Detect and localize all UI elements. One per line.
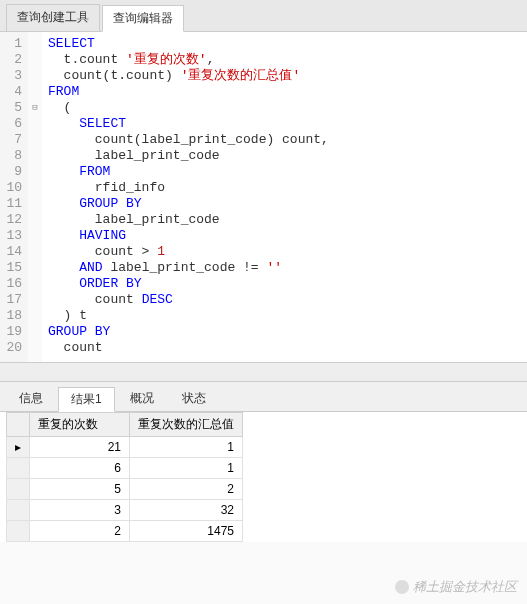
code-line[interactable]: SELECT <box>48 36 523 52</box>
fold-row[interactable]: ⊟ <box>28 100 42 116</box>
fold-row <box>28 68 42 84</box>
line-number: 5 <box>2 100 22 116</box>
code-line[interactable]: ORDER BY <box>48 276 523 292</box>
line-number: 16 <box>2 276 22 292</box>
line-number: 1 <box>2 36 22 52</box>
code-line[interactable]: GROUP BY <box>48 324 523 340</box>
line-number: 20 <box>2 340 22 356</box>
code-line[interactable]: label_print_code <box>48 148 523 164</box>
code-line[interactable]: ( <box>48 100 523 116</box>
fold-row <box>28 276 42 292</box>
fold-row <box>28 116 42 132</box>
code-line[interactable]: ) t <box>48 308 523 324</box>
results-grid[interactable]: 重复的次数重复次数的汇总值▸211615233221475 <box>0 412 527 542</box>
code-line[interactable]: GROUP BY <box>48 196 523 212</box>
line-number: 19 <box>2 324 22 340</box>
code-line[interactable]: HAVING <box>48 228 523 244</box>
cell[interactable]: 2 <box>130 479 243 500</box>
fold-row <box>28 196 42 212</box>
fold-row <box>28 244 42 260</box>
line-number: 13 <box>2 228 22 244</box>
table-row[interactable]: 61 <box>7 458 243 479</box>
fold-row <box>28 260 42 276</box>
fold-row <box>28 164 42 180</box>
cell[interactable]: 1 <box>130 458 243 479</box>
row-header[interactable] <box>7 458 30 479</box>
tab-query-builder[interactable]: 查询创建工具 <box>6 4 100 31</box>
line-number: 10 <box>2 180 22 196</box>
code-line[interactable]: t.count '重复的次数', <box>48 52 523 68</box>
bottom-tab-bar: 信息 结果1 概况 状态 <box>0 382 527 412</box>
code-area[interactable]: SELECT t.count '重复的次数', count(t.count) '… <box>42 32 527 362</box>
cell[interactable]: 32 <box>130 500 243 521</box>
cell[interactable]: 6 <box>30 458 130 479</box>
fold-row <box>28 324 42 340</box>
fold-gutter: ⊟ <box>28 32 42 362</box>
fold-row <box>28 132 42 148</box>
tab-info[interactable]: 信息 <box>6 386 56 411</box>
code-line[interactable]: FROM <box>48 164 523 180</box>
line-number: 8 <box>2 148 22 164</box>
fold-row <box>28 148 42 164</box>
fold-row <box>28 180 42 196</box>
row-header[interactable] <box>7 521 30 542</box>
code-line[interactable]: FROM <box>48 84 523 100</box>
tab-profile[interactable]: 概况 <box>117 386 167 411</box>
tab-result1[interactable]: 结果1 <box>58 387 115 412</box>
line-number: 11 <box>2 196 22 212</box>
fold-row <box>28 340 42 356</box>
line-number: 3 <box>2 68 22 84</box>
line-number: 9 <box>2 164 22 180</box>
fold-row <box>28 308 42 324</box>
table-row[interactable]: 332 <box>7 500 243 521</box>
code-line[interactable]: count(label_print_code) count, <box>48 132 523 148</box>
code-line[interactable]: AND label_print_code != '' <box>48 260 523 276</box>
line-number: 7 <box>2 132 22 148</box>
cell[interactable]: 21 <box>30 437 130 458</box>
line-number: 6 <box>2 116 22 132</box>
code-line[interactable]: label_print_code <box>48 212 523 228</box>
code-line[interactable]: rfid_info <box>48 180 523 196</box>
fold-row <box>28 292 42 308</box>
table-row[interactable]: 52 <box>7 479 243 500</box>
line-number-gutter: 1234567891011121314151617181920 <box>0 32 28 362</box>
code-line[interactable]: SELECT <box>48 116 523 132</box>
line-number: 14 <box>2 244 22 260</box>
tab-status[interactable]: 状态 <box>169 386 219 411</box>
row-header[interactable] <box>7 500 30 521</box>
fold-row <box>28 84 42 100</box>
top-tab-bar: 查询创建工具 查询编辑器 <box>0 0 527 32</box>
code-line[interactable]: count > 1 <box>48 244 523 260</box>
watermark: 稀土掘金技术社区 <box>395 578 517 596</box>
cell[interactable]: 1 <box>130 437 243 458</box>
code-line[interactable]: count DESC <box>48 292 523 308</box>
fold-row <box>28 228 42 244</box>
line-number: 12 <box>2 212 22 228</box>
row-header-corner <box>7 413 30 437</box>
row-header[interactable] <box>7 479 30 500</box>
cell[interactable]: 5 <box>30 479 130 500</box>
line-number: 2 <box>2 52 22 68</box>
cell[interactable]: 1475 <box>130 521 243 542</box>
sql-editor[interactable]: 1234567891011121314151617181920 ⊟ SELECT… <box>0 32 527 362</box>
column-header[interactable]: 重复的次数 <box>30 413 130 437</box>
code-line[interactable]: count <box>48 340 523 356</box>
cell[interactable]: 2 <box>30 521 130 542</box>
table-row[interactable]: ▸211 <box>7 437 243 458</box>
table-row[interactable]: 21475 <box>7 521 243 542</box>
column-header[interactable]: 重复次数的汇总值 <box>130 413 243 437</box>
watermark-text: 稀土掘金技术社区 <box>413 578 517 596</box>
fold-row <box>28 52 42 68</box>
line-number: 15 <box>2 260 22 276</box>
fold-row <box>28 212 42 228</box>
fold-row <box>28 36 42 52</box>
line-number: 18 <box>2 308 22 324</box>
row-header[interactable]: ▸ <box>7 437 30 458</box>
tab-query-editor[interactable]: 查询编辑器 <box>102 5 184 32</box>
cell[interactable]: 3 <box>30 500 130 521</box>
watermark-icon <box>395 580 409 594</box>
splitter-bar[interactable] <box>0 362 527 382</box>
line-number: 4 <box>2 84 22 100</box>
line-number: 17 <box>2 292 22 308</box>
code-line[interactable]: count(t.count) '重复次数的汇总值' <box>48 68 523 84</box>
